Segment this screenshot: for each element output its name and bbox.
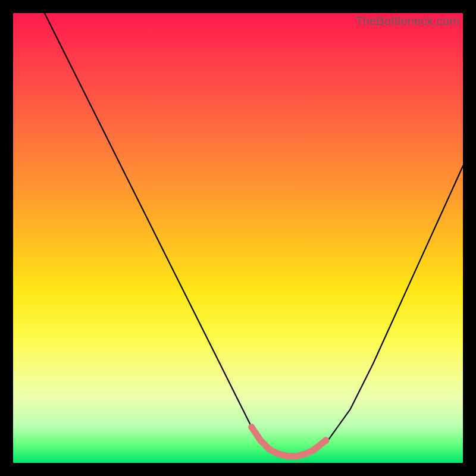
bottleneck-curve-line	[45, 13, 463, 456]
chart-svg	[13, 13, 463, 463]
chart-plot-area: TheBottleneck.com	[13, 13, 463, 463]
band-right-end-marker	[322, 437, 329, 444]
chart-frame: TheBottleneck.com	[0, 0, 476, 476]
low-bottleneck-band-line	[252, 427, 326, 456]
